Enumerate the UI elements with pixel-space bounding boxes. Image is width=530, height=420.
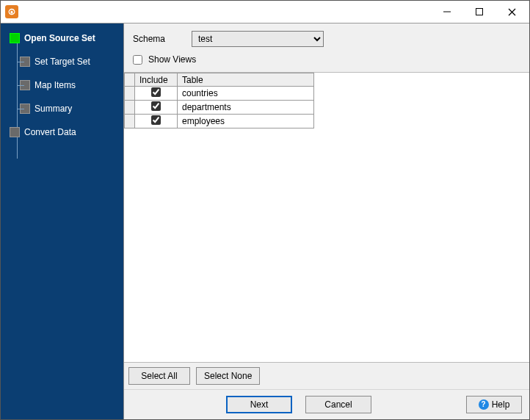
row-header[interactable] (125, 115, 135, 128)
app-icon: ⦿ (5, 5, 18, 18)
cancel-button[interactable]: Cancel (305, 396, 371, 413)
tables-grid: Include Table countriesdepartmentsemploy… (124, 72, 529, 363)
include-cell (135, 87, 178, 101)
next-button[interactable]: Next (226, 396, 292, 413)
selection-toolbar: Select All Select None (124, 363, 529, 389)
wizard-steps-sidebar: Open Source SetSet Target SetMap ItemsSu… (1, 23, 123, 420)
grid-corner (125, 73, 135, 87)
include-checkbox[interactable] (151, 115, 161, 125)
schema-label: Schema (133, 34, 192, 44)
wizard-step[interactable]: Convert Data (10, 125, 123, 140)
wizard-step[interactable]: Set Target Set (10, 54, 123, 69)
maximize-icon[interactable] (463, 1, 495, 22)
include-checkbox[interactable] (151, 101, 161, 111)
column-header-table[interactable]: Table (178, 73, 314, 87)
wizard-step-label: Open Source Set (24, 33, 95, 43)
help-button-label: Help (492, 399, 510, 410)
include-cell (135, 115, 178, 128)
main-panel: Schema test Show Views Include Table (123, 23, 529, 420)
show-views-label[interactable]: Show Views (148, 54, 196, 65)
wizard-step-label: Set Target Set (35, 57, 90, 67)
column-header-include[interactable]: Include (135, 73, 178, 87)
minimize-icon[interactable] (431, 1, 463, 22)
table-name-cell: employees (178, 115, 314, 128)
close-icon[interactable] (495, 1, 528, 22)
wizard-step[interactable]: Map Items (10, 78, 123, 93)
svg-rect-1 (476, 9, 483, 15)
row-header[interactable] (125, 101, 135, 115)
help-button[interactable]: ? Help (466, 396, 522, 413)
table-row[interactable]: departments (125, 101, 314, 115)
table-name-cell: departments (178, 101, 314, 115)
row-header[interactable] (125, 87, 135, 101)
wizard-step-label: Convert Data (24, 127, 76, 137)
table-row[interactable]: countries (125, 87, 314, 101)
wizard-step[interactable]: Open Source Set (10, 31, 123, 46)
step-marker-icon (10, 127, 20, 137)
table-name-cell: countries (178, 87, 314, 101)
wizard-step[interactable]: Summary (10, 101, 123, 116)
titlebar: ⦿ (1, 1, 529, 23)
window-controls (431, 1, 528, 22)
show-views-checkbox[interactable] (133, 55, 142, 65)
step-marker-icon (10, 33, 20, 43)
wizard-step-label: Map Items (35, 80, 76, 90)
include-checkbox[interactable] (151, 87, 161, 97)
table-row[interactable]: employees (125, 115, 314, 128)
help-icon: ? (479, 399, 489, 410)
wizard-button-bar: Next Cancel ? Help (124, 389, 529, 420)
select-all-button[interactable]: Select All (128, 367, 190, 385)
wizard-step-label: Summary (35, 104, 72, 114)
select-none-button[interactable]: Select None (196, 367, 260, 385)
include-cell (135, 101, 178, 115)
schema-select[interactable]: test (192, 31, 324, 47)
